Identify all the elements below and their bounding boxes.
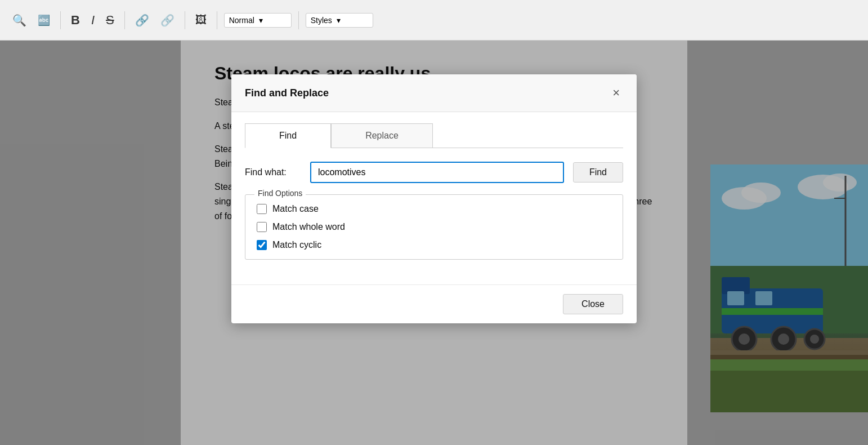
tab-replace[interactable]: Replace (331, 123, 433, 148)
toolbar-divider-4 (217, 11, 217, 29)
match-cyclic-label: Match cyclic (272, 240, 321, 250)
modal-close-button[interactable]: × (609, 86, 623, 100)
find-input[interactable] (310, 162, 564, 183)
normal-chevron-icon: ▾ (259, 16, 263, 25)
find-label: Find what: (245, 167, 301, 177)
option-row-match-whole-word: Match whole word (257, 222, 611, 232)
styles-value: Styles (311, 16, 332, 25)
option-row-match-cyclic: Match cyclic (257, 240, 611, 250)
normal-dropdown[interactable]: Normal ▾ (224, 13, 292, 28)
link-icon[interactable]: 🔗 (132, 11, 153, 29)
modal-tabs: Find Replace (245, 123, 623, 148)
modal-header: Find and Replace × (231, 74, 637, 112)
search-icon[interactable]: 🔍 (9, 11, 30, 29)
find-row: Find what: Find (245, 162, 623, 183)
close-button[interactable]: Close (563, 294, 623, 314)
unlink-icon[interactable]: 🔗 (157, 11, 178, 29)
toolbar-divider-1 (60, 11, 61, 29)
styles-dropdown[interactable]: Styles ▾ (306, 13, 373, 28)
toolbar-divider-3 (185, 11, 185, 29)
editor-area: Steam locos are really us Steam locomoti… (0, 41, 868, 445)
modal-body: Find Replace Find what: Find Find Option… (231, 112, 637, 284)
strikethrough-icon[interactable]: S (102, 11, 118, 30)
bold-icon[interactable]: B (68, 11, 83, 30)
styles-chevron-icon: ▾ (337, 16, 341, 25)
find-replace-modal: Find and Replace × Find Replace Find wha… (231, 74, 637, 323)
find-options-legend: Find Options (254, 189, 306, 198)
modal-overlay: Find and Replace × Find Replace Find wha… (0, 41, 868, 445)
image-icon[interactable]: 🖼 (192, 11, 210, 29)
match-whole-word-checkbox[interactable] (257, 222, 267, 232)
find-options-group: Find Options Match case Match whole word… (245, 194, 623, 260)
option-row-match-case: Match case (257, 204, 611, 214)
italic-icon[interactable]: I (88, 11, 98, 30)
match-case-checkbox[interactable] (257, 204, 267, 214)
modal-footer: Close (231, 284, 637, 323)
toolbar: 🔍 🔤 B I S 🔗 🔗 🖼 Normal ▾ Styles ▾ (0, 0, 868, 41)
match-case-label: Match case (272, 204, 319, 214)
normal-value: Normal (229, 16, 254, 25)
match-cyclic-checkbox[interactable] (257, 240, 267, 250)
replace-icon[interactable]: 🔤 (34, 12, 53, 29)
modal-title: Find and Replace (245, 87, 329, 99)
tab-find[interactable]: Find (245, 123, 331, 148)
find-button[interactable]: Find (573, 162, 623, 183)
toolbar-divider-5 (298, 11, 299, 29)
match-whole-word-label: Match whole word (272, 222, 345, 232)
toolbar-divider-2 (124, 11, 125, 29)
